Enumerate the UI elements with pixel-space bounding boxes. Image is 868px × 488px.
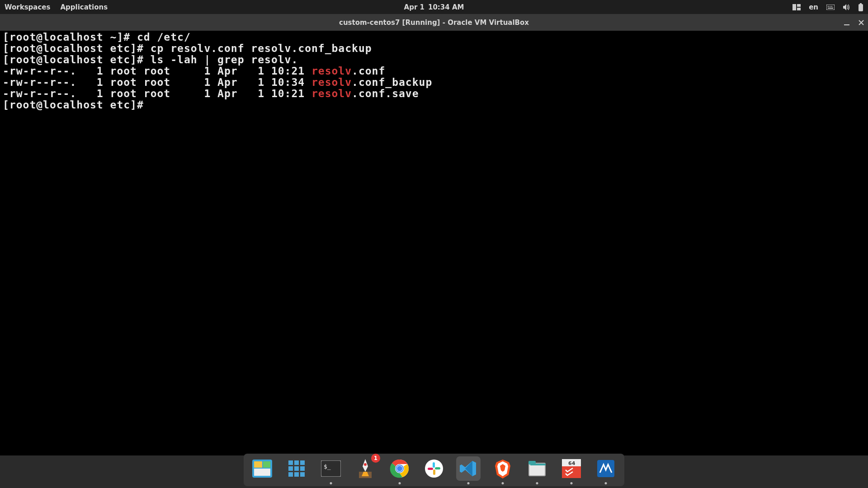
svg-point-32 [425, 460, 443, 478]
running-indicator-dot [330, 482, 332, 484]
tiling-icon[interactable] [793, 4, 801, 10]
svg-rect-1 [797, 4, 801, 7]
language-indicator[interactable]: en [809, 3, 818, 11]
virtualbox-icon[interactable] [594, 456, 618, 481]
brave-icon[interactable] [491, 456, 515, 481]
clock-time: 10:34 AM [428, 3, 464, 11]
svg-rect-34 [435, 467, 440, 469]
apps-grid-icon[interactable] [284, 456, 309, 481]
svg-rect-14 [254, 469, 270, 476]
svg-rect-13 [263, 461, 270, 468]
volume-icon[interactable] [843, 4, 850, 10]
svg-rect-33 [433, 462, 435, 468]
desktop-topbar: Workspaces Applications Apr 1 10:34 AM e… [0, 0, 868, 14]
running-indicator-dot [467, 482, 470, 484]
running-indicator-dot [536, 482, 538, 484]
svg-rect-36 [428, 468, 433, 470]
terminal-line: [root@localhost etc]# ls -lah | grep res… [3, 54, 298, 66]
calendar-todoist-icon[interactable]: 64 [559, 456, 584, 481]
svg-rect-4 [828, 6, 829, 7]
running-indicator-dot [571, 482, 573, 484]
svg-rect-7 [828, 8, 833, 9]
files-icon[interactable] [525, 456, 549, 481]
slack-icon[interactable] [422, 456, 446, 481]
svg-rect-6 [831, 6, 832, 7]
terminal-icon[interactable]: $_ [319, 456, 343, 481]
svg-rect-8 [860, 3, 862, 4]
terminal-line: -rw-r--r--. 1 root root 1 Apr 1 10:34 re… [3, 76, 432, 88]
chrome-icon[interactable] [387, 456, 412, 481]
terminal-line: [root@localhost etc]# cp resolv.conf res… [3, 42, 372, 54]
svg-rect-2 [797, 8, 801, 10]
svg-rect-17 [300, 460, 305, 465]
keyboard-icon[interactable] [826, 5, 835, 10]
clock[interactable]: Apr 1 10:34 AM [404, 3, 464, 11]
clock-date: Apr 1 [404, 3, 425, 11]
svg-rect-20 [300, 466, 305, 471]
svg-text:64: 64 [568, 460, 576, 466]
svg-rect-18 [288, 466, 293, 471]
svg-rect-21 [288, 472, 293, 477]
svg-text:$_: $_ [324, 463, 331, 470]
svg-rect-0 [793, 4, 796, 10]
svg-rect-16 [294, 460, 299, 465]
svg-rect-10 [844, 24, 849, 25]
dock-area: $_ 1 64 [0, 455, 868, 488]
svg-rect-40 [530, 464, 546, 465]
window-titlebar[interactable]: custom-centos7 [Running] - Oracle VM Vir… [0, 14, 868, 31]
svg-rect-23 [300, 472, 305, 477]
battery-icon[interactable] [858, 3, 863, 11]
vscode-icon[interactable] [456, 456, 481, 481]
desktop-icon[interactable] [250, 456, 274, 481]
svg-rect-12 [254, 461, 262, 468]
dock: $_ 1 64 [244, 454, 624, 486]
workspaces-button[interactable]: Workspaces [5, 3, 50, 11]
running-indicator-dot [399, 482, 401, 484]
svg-point-31 [397, 466, 402, 471]
rocket-launcher-icon[interactable]: 1 [353, 456, 377, 481]
running-indicator-dot [502, 482, 504, 484]
window-title: custom-centos7 [Running] - Oracle VM Vir… [339, 19, 529, 27]
svg-rect-3 [826, 5, 835, 10]
terminal-line: [root@localhost etc]# [3, 99, 151, 111]
notification-badge: 1 [371, 454, 380, 463]
svg-rect-22 [294, 472, 299, 477]
svg-rect-35 [433, 469, 435, 475]
vm-terminal[interactable]: [root@localhost ~]# cd /etc/ [root@local… [0, 31, 868, 455]
applications-button[interactable]: Applications [60, 3, 108, 11]
svg-point-27 [364, 463, 367, 466]
svg-rect-15 [288, 460, 293, 465]
running-indicator-dot [605, 482, 607, 484]
terminal-line: -rw-r--r--. 1 root root 1 Apr 1 10:21 re… [3, 88, 419, 99]
svg-rect-19 [294, 466, 299, 471]
terminal-line: [root@localhost ~]# cd /etc/ [3, 31, 191, 43]
svg-rect-9 [859, 4, 863, 11]
minimize-button[interactable] [844, 19, 850, 26]
svg-rect-39 [529, 465, 545, 475]
terminal-line: -rw-r--r--. 1 root root 1 Apr 1 10:21 re… [3, 65, 385, 77]
close-button[interactable] [858, 19, 864, 26]
svg-rect-5 [830, 6, 830, 7]
